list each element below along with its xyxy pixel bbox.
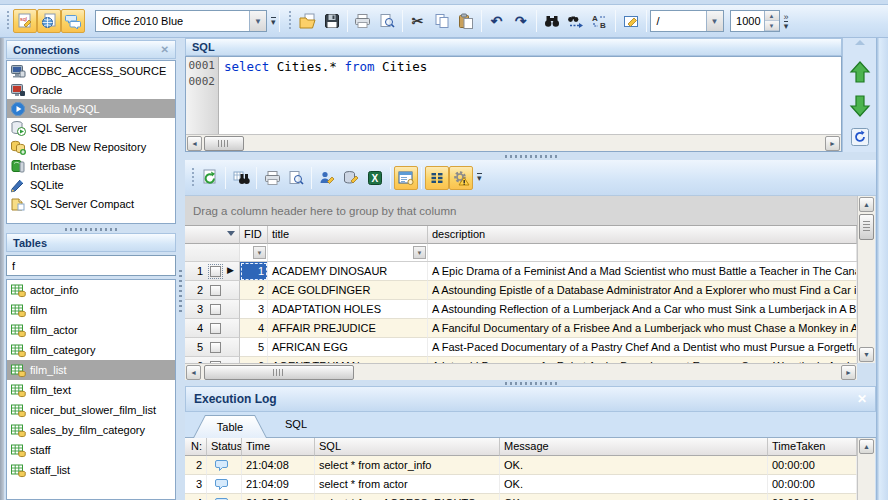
sql-code-line[interactable]: select Cities.* from Cities	[224, 59, 427, 74]
scroll-thumb[interactable]	[204, 136, 244, 151]
comments-button[interactable]	[61, 9, 85, 33]
column-header-indicator[interactable]	[185, 226, 240, 244]
toolbar-grip[interactable]	[288, 11, 293, 31]
table-item[interactable]: actor_info	[7, 280, 175, 300]
cell-title[interactable]: AFRICAN EGG	[268, 338, 428, 357]
grid-hscrollbar[interactable]: ◄ ►	[185, 363, 857, 380]
grid-toolbar-overflow[interactable]: ▾	[477, 173, 482, 182]
cell-fid[interactable]: 2	[240, 281, 268, 300]
execute-prev-button[interactable]	[849, 60, 871, 84]
cell-title[interactable]: AFFAIR PREJUDICE	[268, 319, 428, 338]
scroll-thumb[interactable]	[859, 214, 874, 240]
replace-button[interactable]: AB	[588, 9, 612, 33]
scroll-right-button[interactable]: ►	[825, 136, 840, 151]
table-item[interactable]: film_category	[7, 340, 175, 360]
tab-sql[interactable]: SQL	[285, 418, 307, 430]
find-button[interactable]	[540, 9, 564, 33]
row-checkbox[interactable]	[210, 304, 221, 315]
cell-description[interactable]: A Fanciful Documentary of a Frisbee And …	[428, 319, 857, 338]
connection-item-selected[interactable]: Sakila MySQL	[7, 99, 175, 118]
tables-filter-input[interactable]	[6, 255, 176, 276]
cell-title[interactable]: ACE GOLDFINGER	[268, 281, 428, 300]
scroll-down-button[interactable]: ▼	[859, 347, 874, 362]
cell-description[interactable]: A Astounding Reflection of a Lumberjack …	[428, 300, 857, 319]
toolbar-grip[interactable]	[5, 11, 10, 31]
table-item[interactable]: staff_list	[7, 460, 175, 480]
theme-select-arrow[interactable]: ▼	[249, 11, 266, 31]
connection-item[interactable]: Oracle	[7, 80, 175, 99]
cell-fid[interactable]: 3	[240, 300, 268, 319]
table-row[interactable]: 1▶ 1 ACADEMY DINOSAUR A Epic Drama of a …	[185, 262, 857, 281]
quick-filter-icon[interactable]	[227, 231, 235, 236]
row-checkbox[interactable]	[210, 285, 221, 296]
paste-button[interactable]	[454, 9, 478, 33]
log-vscrollbar[interactable]: ▲	[857, 438, 875, 500]
spin-up-button[interactable]: ▲	[765, 11, 779, 21]
log-column-n[interactable]: N:	[185, 438, 207, 456]
find-in-grid-button[interactable]	[229, 166, 253, 190]
filter-cell-description[interactable]	[428, 244, 857, 261]
refresh-grid-button[interactable]	[198, 166, 222, 190]
find-next-button[interactable]	[564, 9, 588, 33]
spin-down-button[interactable]: ▼	[765, 21, 779, 31]
row-checkbox[interactable]	[210, 323, 221, 334]
toolbar-grip[interactable]	[190, 168, 195, 188]
log-column-sql[interactable]: SQL	[315, 438, 500, 456]
tab-table[interactable]: Table	[193, 415, 267, 438]
copy-button[interactable]	[430, 9, 454, 33]
filter-dropdown-icon[interactable]: ▼	[253, 246, 266, 259]
main-vertical-splitter[interactable]	[176, 38, 185, 500]
log-row[interactable]: 4 21:07:08 select * from ACCESS_RIGHTS O…	[185, 494, 857, 500]
table-item[interactable]: film	[7, 300, 175, 320]
cell-description[interactable]: A Fast-Paced Documentary of a Pastry Che…	[428, 338, 857, 357]
preview-grid-button[interactable]	[284, 166, 308, 190]
toolbar-options-chevron[interactable]: ▾	[271, 17, 276, 26]
toolbar-overflow[interactable]: » ▾	[784, 13, 789, 30]
form-view-button[interactable]	[394, 166, 418, 190]
row-checkbox[interactable]	[210, 342, 221, 353]
left-panel-splitter[interactable]	[6, 225, 176, 233]
edit-properties-button[interactable]	[619, 9, 643, 33]
group-by-panel[interactable]: Drag a column header here to group by th…	[185, 196, 857, 226]
redo-button[interactable]: ↷	[509, 9, 533, 33]
scroll-left-button[interactable]: ◄	[186, 365, 201, 380]
scroll-thumb[interactable]	[204, 365, 354, 380]
print-grid-button[interactable]	[260, 166, 284, 190]
execution-log-close-icon[interactable]: ✕	[857, 392, 867, 406]
table-item[interactable]: staff	[7, 440, 175, 460]
web-preview-button[interactable]	[37, 9, 61, 33]
filter-dropdown-icon[interactable]: ▼	[413, 246, 426, 259]
cut-button[interactable]: ✂	[406, 9, 430, 33]
collapse-panel-icon[interactable]	[855, 40, 865, 45]
scroll-up-button[interactable]: ▲	[859, 439, 874, 454]
connection-item[interactable]: SQL Server	[7, 118, 175, 137]
cell-title[interactable]: ADAPTATION HOLES	[268, 300, 428, 319]
cell-fid-selected[interactable]: 1	[240, 262, 268, 281]
cell-title[interactable]: ACADEMY DINOSAUR	[268, 262, 428, 281]
column-header-description[interactable]: description	[428, 226, 857, 244]
connection-item[interactable]: Ole DB New Repository	[7, 137, 175, 156]
log-column-time[interactable]: Time	[242, 438, 315, 456]
theme-select[interactable]: Office 2010 Blue ▼	[95, 10, 267, 32]
table-row[interactable]: 4 4 AFFAIR PREJUDICE A Fanciful Document…	[185, 319, 857, 338]
column-header-fid[interactable]: FID	[240, 226, 268, 244]
save-button[interactable]	[320, 9, 344, 33]
log-row[interactable]: 3 21:04:09 select * from actor OK. 00:00…	[185, 475, 857, 494]
table-row[interactable]: 2 2 ACE GOLDFINGER A Astounding Epistle …	[185, 281, 857, 300]
refresh-query-button[interactable]	[851, 128, 869, 146]
table-item[interactable]: film_actor	[7, 320, 175, 340]
scroll-left-button[interactable]: ◄	[187, 136, 202, 151]
cell-description[interactable]: A Epic Drama of a Feminist And a Mad Sci…	[428, 262, 857, 281]
sql-editor-button[interactable]: sql	[13, 9, 37, 33]
object-select[interactable]: / ▼	[650, 10, 724, 32]
column-view-button[interactable]	[425, 166, 449, 190]
grid-options-button[interactable]	[449, 166, 473, 190]
edit-record-button[interactable]	[315, 166, 339, 190]
log-column-message[interactable]: Message	[500, 438, 768, 456]
log-column-status[interactable]: Status	[207, 438, 242, 456]
print-preview-button[interactable]	[375, 9, 399, 33]
row-checkbox[interactable]	[210, 266, 221, 277]
open-button[interactable]	[296, 9, 320, 33]
table-item[interactable]: film_text	[7, 380, 175, 400]
filter-cell-title[interactable]: ▼	[268, 244, 428, 261]
